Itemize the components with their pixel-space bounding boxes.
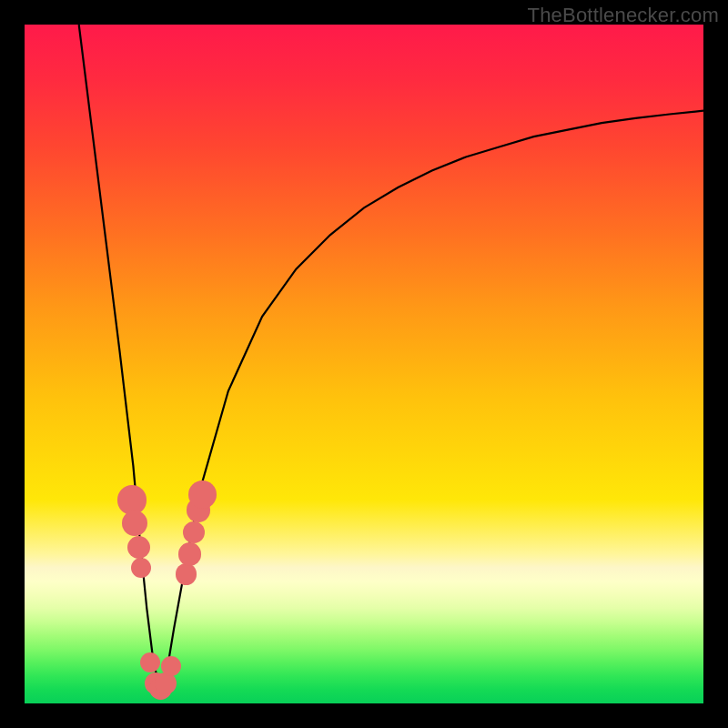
data-marker	[188, 480, 217, 509]
data-marker	[183, 521, 205, 543]
chart-frame: TheBottlenecker.com	[0, 0, 728, 728]
watermark-text: TheBottlenecker.com	[528, 4, 719, 27]
gradient-background	[25, 25, 703, 703]
plot-area	[25, 25, 703, 703]
data-marker	[178, 542, 201, 565]
data-marker	[127, 536, 150, 559]
